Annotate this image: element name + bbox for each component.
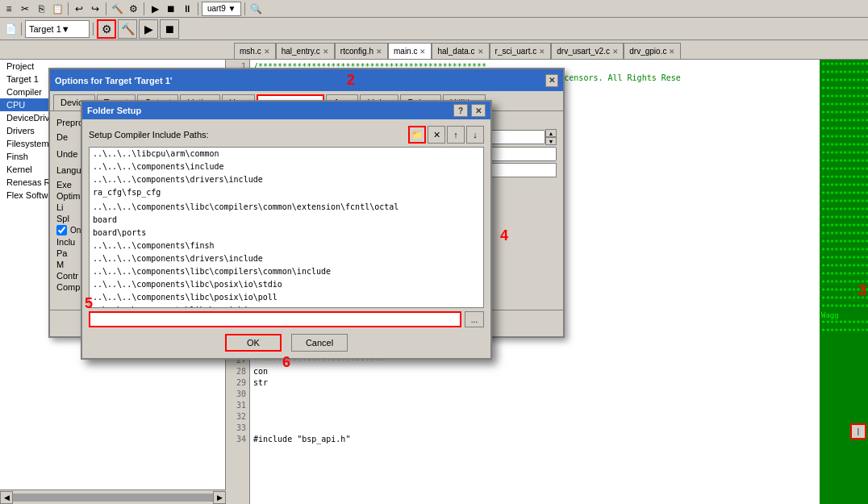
line-num-33: 33 (226, 423, 249, 434)
folder-ok-button[interactable]: OK (225, 334, 282, 352)
file-tabs-row: msh.c✕ hal_entry.c✕ rtconfig.h✕ main.c✕ … (0, 40, 868, 60)
red-label-6: 6 (282, 354, 290, 371)
options-dialog-close[interactable]: ✕ (545, 74, 558, 87)
path-item-2[interactable]: ..\..\..\components\drivers\include (90, 173, 483, 186)
tab-main-c[interactable]: main.c✕ (388, 43, 432, 59)
tab-rtconfig-h[interactable]: rtconfig.h✕ (335, 43, 388, 59)
toolbar-icon-3[interactable]: ⎘ (34, 2, 48, 16)
define-scroll-btns: ▲ ▼ (545, 129, 557, 145)
red-label-3: 3 (858, 282, 866, 299)
path-item-6[interactable]: board (90, 214, 483, 227)
toolbar-icon-10[interactable]: 🔍 (248, 2, 263, 16)
path-item-1[interactable]: ..\..\..\components\include (90, 160, 483, 173)
path-item-8[interactable]: ..\..\..\components\finsh (90, 240, 483, 252)
options-button[interactable]: ⚙ (97, 19, 116, 39)
toolbar-second: 📄 Target 1 ▼ ⚙ 🔨 ▶ ⏹ (0, 18, 868, 40)
uart9-dropdown[interactable]: uart9 ▼ (202, 2, 241, 16)
tab-drv-gpio-c[interactable]: drv_gpio.c✕ (624, 43, 681, 59)
folder-down-button[interactable]: ↓ (466, 126, 484, 144)
path-item-10[interactable]: ..\..\..\components\libc\compilers\commo… (90, 265, 483, 278)
path-item-12[interactable]: ..\..\..\components\libc\posix\io\poll (90, 291, 483, 304)
folder-input-header-row: Setup Compiler Include Paths: 📁 ✕ ↑ ↓ (89, 126, 484, 144)
path-item-9[interactable]: ..\..\..\components\drivers\include (90, 252, 483, 265)
toolbar-icon-1[interactable]: ≡ (2, 2, 16, 16)
path-item-0[interactable]: ..\..\..\libcpu\arm\common (90, 148, 483, 160)
folder-new-button[interactable]: 📁 (408, 126, 426, 144)
folder-ok-cancel-row: 6 OK Cancel (89, 334, 484, 352)
new-file-icon[interactable]: 📄 (3, 22, 18, 36)
code-line-34: #include "bsp_api.h" (253, 434, 816, 445)
code-line-29: str (253, 377, 816, 389)
define-scroll-down[interactable]: ▼ (545, 137, 557, 145)
toolbar-icon-8[interactable]: ⏹ (164, 2, 178, 16)
sep-1 (68, 2, 69, 15)
toolbar-icon-5[interactable]: 🔨 (110, 2, 124, 16)
sidebar-scrollbar: ◀ ▶ (0, 489, 226, 504)
path-item-11[interactable]: ..\..\..\components\libc\posix\io\stdio (90, 278, 483, 291)
define-scroll-up[interactable]: ▲ (545, 129, 557, 137)
code-line-31 (253, 400, 816, 411)
build-button[interactable]: 🔨 (118, 19, 137, 39)
sep-6 (21, 23, 22, 35)
folder-toolbar-btns: 📁 ✕ ↑ ↓ (408, 126, 484, 144)
line-num-28: 28 (226, 366, 249, 377)
toolbar-icon-6[interactable]: ⚙ (126, 2, 140, 16)
folder-cancel-button[interactable]: Cancel (291, 334, 348, 352)
sep-3 (144, 2, 144, 15)
line-num-32: 32 (226, 411, 249, 423)
folder-path-list[interactable]: ..\..\..\libcpu\arm\common ..\..\..\comp… (89, 147, 484, 308)
right-panel: *********** *********** *********** ****… (820, 60, 868, 504)
path-item-7[interactable]: board\ports (90, 227, 483, 240)
sep-2 (106, 2, 106, 15)
red-box-right[interactable]: | (850, 423, 866, 439)
path-item-13[interactable]: ..\..\..\components\libc\posix\ipc (90, 304, 483, 308)
run-button[interactable]: ▶ (139, 19, 158, 39)
sidebar-scrollbar-track (13, 494, 213, 502)
line-num-31: 31 (226, 400, 249, 411)
tab-hal-entry-c[interactable]: hal_entry.c✕ (276, 43, 335, 59)
tab-hal-data-c[interactable]: hal_data.c✕ (432, 43, 489, 59)
folder-help-button[interactable]: ? (453, 104, 468, 117)
target-dropdown[interactable]: Target 1 ▼ (25, 20, 90, 38)
options-dialog-title: Options for Target 'Target 1' (55, 76, 172, 85)
tab-r-sci-uart-c[interactable]: r_sci_uart.c✕ (490, 43, 552, 59)
tab-drv-usart-v2-c[interactable]: drv_usart_v2.c✕ (551, 43, 624, 59)
path-input[interactable] (89, 311, 461, 327)
line-num-30: 30 (226, 389, 249, 400)
folder-up-button[interactable]: ↑ (447, 126, 465, 144)
folder-dialog-title: Folder Setup (87, 106, 141, 115)
sidebar-scroll-right[interactable]: ▶ (213, 491, 226, 504)
code-line-30 (253, 389, 816, 400)
red-label-4: 4 (500, 227, 508, 244)
folder-dialog: Folder Setup ? ✕ Setup Compiler Include … (81, 100, 492, 360)
line-num-29: 29 (226, 377, 249, 389)
one-checkbox[interactable] (56, 225, 67, 235)
browse-button[interactable]: ... (465, 311, 484, 327)
line-num-34: 34 (226, 434, 249, 445)
sep-4 (198, 2, 198, 15)
toolbar-top: ≡ ✂ ⎘ 📋 ↩ ↪ 🔨 ⚙ ▶ ⏹ ⏸ uart9 ▼ 🔍 (0, 0, 868, 18)
sep-7 (93, 23, 94, 35)
sidebar-scroll-left[interactable]: ◀ (0, 491, 13, 504)
path-item-5[interactable]: ..\..\..\components\libc\compilers\commo… (90, 201, 483, 214)
toolbar-icon-4[interactable]: 📋 (50, 2, 65, 16)
red-label-5: 5 (85, 295, 93, 312)
tab-msh-c[interactable]: msh.c✕ (234, 43, 276, 59)
folder-dialog-content: Setup Compiler Include Paths: 📁 ✕ ↑ ↓ 4 … (82, 119, 490, 358)
undo-icon[interactable]: ↩ (72, 2, 86, 16)
folder-list-container: 4 ..\..\..\libcpu\arm\common ..\..\..\co… (89, 147, 484, 308)
toolbar-icon-7[interactable]: ▶ (148, 2, 162, 16)
folder-input-label: Setup Compiler Include Paths: (89, 130, 405, 140)
redo-icon[interactable]: ↪ (88, 2, 102, 16)
code-line-28: con (253, 366, 816, 377)
toolbar-icon-2[interactable]: ✂ (18, 2, 32, 16)
red-label-2: 2 (347, 72, 355, 89)
folder-delete-button[interactable]: ✕ (428, 126, 445, 144)
path-item-3[interactable]: ra_cfg\fsp_cfg (90, 186, 483, 199)
sep-5 (244, 2, 245, 15)
code-line-33 (253, 423, 816, 434)
stop-button[interactable]: ⏹ (160, 19, 179, 39)
folder-close-button[interactable]: ✕ (471, 104, 486, 117)
toolbar-icon-9[interactable]: ⏸ (180, 2, 194, 16)
options-dialog-titlebar: Options for Target 'Target 1' 2 ✕ (50, 69, 563, 91)
